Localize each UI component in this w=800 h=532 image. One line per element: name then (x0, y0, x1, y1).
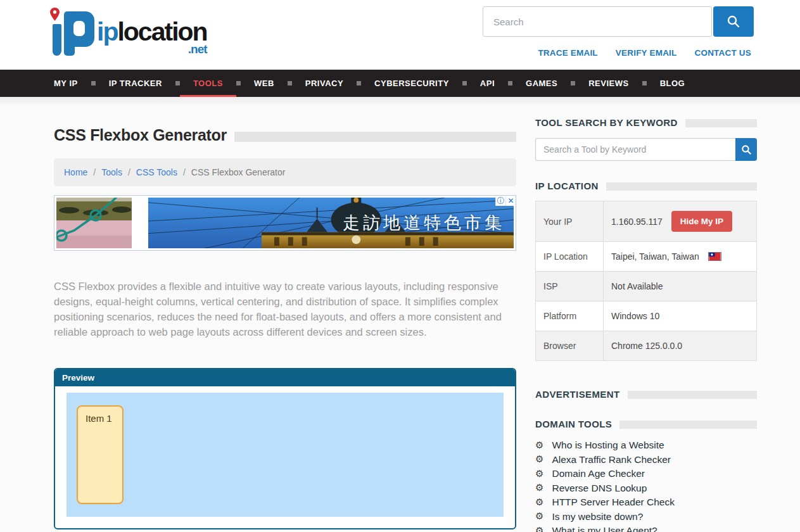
gear-icon: ⚙ (535, 441, 543, 450)
domain-tool-user-agent[interactable]: ⚙ What is my User Agent? (535, 524, 757, 532)
domain-tools-heading: DOMAIN TOOLS (535, 419, 612, 429)
domain-tool-label: Is my website down? (552, 511, 643, 522)
search-icon (727, 15, 740, 28)
nav-item-games[interactable]: GAMES (512, 70, 571, 97)
nav-separator (462, 81, 467, 86)
heading-decoration-bar (685, 119, 757, 127)
breadcrumb-home[interactable]: Home (64, 167, 87, 177)
domain-tool-domain-age[interactable]: ⚙ Domain Age Checker (535, 467, 757, 481)
tool-search-button[interactable] (735, 138, 757, 161)
table-row: Browser Chrome 125.0.0.0 (536, 331, 757, 361)
heading-decoration-bar (619, 421, 757, 429)
site-logo[interactable]: iplocation .net (48, 6, 207, 58)
title-decoration-bar (234, 132, 516, 142)
nav-item-api[interactable]: API (467, 70, 508, 97)
search-icon (741, 144, 752, 155)
logo-p-shape (64, 11, 97, 56)
header-quick-links: TRACE EMAIL VERIFY EMAIL CONTACT US (538, 48, 751, 58)
ip-location-table: Your IP 1.160.95.117 Hide My IP IP Locat… (535, 201, 757, 361)
ip-location-value: Taipei, Taiwan, Taiwan (611, 251, 699, 262)
ad-info-icon[interactable]: ⓘ (495, 196, 505, 206)
nav-item-cybersecurity[interactable]: CYBERSECURITY (361, 70, 462, 97)
logo-wordmark: iplocation .net (97, 19, 207, 58)
verify-email-link[interactable]: VERIFY EMAIL (616, 48, 677, 58)
gear-icon: ⚙ (535, 483, 543, 493)
page-title: CSS Flexbox Generator (54, 126, 227, 144)
advertisement-heading: ADVERTISEMENT (535, 389, 620, 400)
logo-text-ip: ip (97, 17, 117, 46)
nav-item-privacy[interactable]: PRIVACY (292, 70, 357, 97)
nav-item-my-ip[interactable]: MY IP (41, 70, 91, 97)
taiwan-flag-icon (708, 252, 721, 261)
domain-tool-reverse-dns[interactable]: ⚙ Reverse DNS Lookup (535, 481, 757, 495)
nav-item-tools[interactable]: TOOLS (180, 70, 236, 97)
domain-tool-label: Alexa Traffic Rank Checker (552, 454, 671, 466)
isp-value: Not Available (604, 272, 757, 301)
ad-banner: 走訪地道特色市集 ⓘ ✕ (54, 195, 516, 251)
trace-email-link[interactable]: TRACE EMAIL (538, 48, 597, 58)
heading-decoration-bar (628, 391, 757, 399)
table-row: ISP Not Available (536, 272, 757, 301)
gear-icon: ⚙ (535, 526, 543, 532)
heading-decoration-bar (606, 182, 757, 191)
nav-separator (236, 81, 241, 86)
nav-separator (642, 81, 647, 86)
header-search-button[interactable] (713, 6, 754, 37)
gear-icon: ⚙ (535, 512, 543, 521)
nav-separator (508, 81, 512, 86)
nav-item-blog[interactable]: BLOG (647, 70, 699, 97)
domain-tool-website-down[interactable]: ⚙ Is my website down? (535, 510, 757, 524)
ip-row-label: ISP (536, 272, 604, 301)
ip-row-label: Your IP (536, 201, 604, 242)
tool-search-heading-row: TOOL SEARCH BY KEYWORD (535, 117, 757, 128)
breadcrumb-css-tools[interactable]: CSS Tools (136, 167, 177, 177)
nav-separator (288, 81, 292, 86)
nav-separator (357, 81, 361, 86)
tool-search-form (535, 138, 757, 161)
contact-us-link[interactable]: CONTACT US (695, 48, 752, 58)
domain-tool-who-is-hosting[interactable]: ⚙ Who is Hosting a Website (535, 438, 757, 452)
table-row: Your IP 1.160.95.117 Hide My IP (536, 201, 757, 242)
breadcrumb-tools[interactable]: Tools (101, 167, 122, 177)
table-row: IP Location Taipei, Taiwan, Taiwan (536, 242, 757, 272)
advertisement-heading-row: ADVERTISEMENT (535, 389, 757, 400)
domain-tool-label: HTTP Server Header Check (552, 497, 675, 508)
preview-header: Preview (55, 369, 515, 386)
tool-search-input[interactable] (535, 138, 735, 161)
gear-icon: ⚙ (535, 455, 543, 464)
domain-tools-list: ⚙ Who is Hosting a Website ⚙ Alexa Traff… (535, 438, 757, 532)
platform-value: Windows 10 (604, 301, 757, 331)
browser-value: Chrome 125.0.0.0 (604, 331, 757, 361)
table-row: Platform Windows 10 (536, 301, 757, 331)
nav-separator (91, 81, 96, 86)
logo-i-shape (53, 24, 61, 56)
breadcrumb-separator: / (93, 167, 96, 177)
ip-location-heading-row: IP LOCATION (535, 180, 757, 191)
your-ip-value: 1.160.95.117 (611, 217, 663, 227)
ip-row-label: Platform (536, 301, 604, 331)
ip-row-label: IP Location (536, 242, 604, 272)
nav-item-ip-tracker[interactable]: IP TRACKER (96, 70, 175, 97)
ip-row-label: Browser (536, 331, 604, 361)
gear-icon: ⚙ (535, 498, 543, 507)
ad-left-image[interactable] (56, 198, 132, 248)
domain-tool-alexa-rank[interactable]: ⚙ Alexa Traffic Rank Checker (535, 453, 757, 467)
ad-close-icon[interactable]: ✕ (505, 196, 516, 206)
header-search-input[interactable] (483, 6, 712, 37)
logo-mark-icon (48, 6, 97, 58)
ad-main-image[interactable]: 走訪地道特色市集 (148, 198, 514, 248)
flexbox-preview-item: Item 1 (77, 405, 124, 504)
ip-location-heading: IP LOCATION (535, 180, 599, 191)
nav-item-reviews[interactable]: REVIEWS (575, 70, 642, 97)
tool-description: CSS Flexbox provides a flexible and intu… (54, 279, 505, 339)
header-search (483, 6, 754, 37)
domain-tool-label: Domain Age Checker (552, 468, 644, 479)
breadcrumb-current: CSS Flexbox Generator (191, 167, 286, 177)
sidebar: TOOL SEARCH BY KEYWORD IP LOCATION Your … (535, 117, 757, 532)
domain-tool-label: Who is Hosting a Website (552, 440, 664, 451)
hide-my-ip-button[interactable]: Hide My IP (671, 211, 732, 232)
breadcrumb: Home / Tools / CSS Tools / CSS Flexbox G… (54, 158, 516, 186)
nav-item-web[interactable]: WEB (241, 70, 288, 97)
breadcrumb-separator: / (128, 167, 130, 177)
domain-tool-http-header[interactable]: ⚙ HTTP Server Header Check (535, 495, 757, 509)
